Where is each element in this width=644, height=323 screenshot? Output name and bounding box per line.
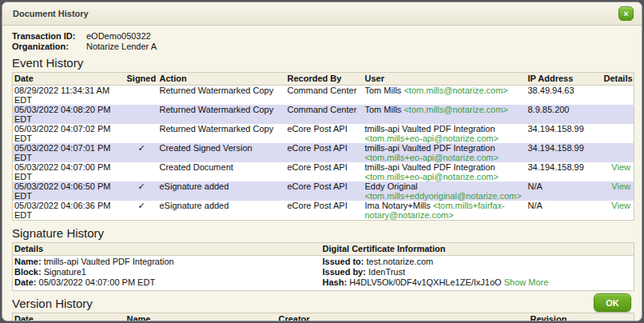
event-history-row: 05/03/2022 04:07:00 PM EDTCreated Docume… — [13, 162, 634, 181]
event-date: 05/03/2022 04:07:00 PM EDT — [13, 162, 125, 181]
event-user-name: Ima Notary+Mills — [365, 201, 431, 210]
event-date: 05/03/2022 04:06:50 PM EDT — [13, 181, 125, 201]
col-version-name: Name — [125, 313, 277, 322]
event-date: 05/03/2022 04:08:20 PM EDT — [13, 105, 125, 124]
col-ip-address: IP Address — [527, 73, 602, 86]
event-history-row: 05/03/2022 04:08:20 PM EDTReturned Water… — [13, 105, 634, 124]
signature-history-header-row: Details Digital Certificate Information — [13, 243, 634, 256]
event-signed-check-icon — [125, 124, 158, 143]
event-history-row: 05/03/2022 04:07:01 PM EDT✓Created Signe… — [13, 143, 634, 162]
signature-date-value: 05/03/2022 04:07:00 PM EDT — [39, 277, 156, 287]
event-signed-check-icon — [125, 86, 158, 106]
issued-by-value: IdenTrust — [368, 267, 405, 277]
signature-date-line: Date: 05/03/2022 04:07:00 PM EDT — [14, 277, 320, 288]
event-ip-address: N/A — [527, 201, 602, 221]
event-date: 08/29/2022 11:34:31 AM EDT — [13, 86, 125, 106]
event-ip-address: 34.194.158.99 — [527, 162, 602, 181]
event-history-table: Date Signed Action Recorded By User IP A… — [12, 72, 634, 221]
col-version-revision: Revision — [529, 313, 581, 322]
version-history-header-row: Date Name Creator Revision — [13, 313, 634, 322]
signature-block-label: Block: — [14, 267, 42, 277]
signature-history-table: Details Digital Certificate Information … — [12, 242, 634, 291]
transaction-id-row: Transaction ID: eODemo050322 — [12, 31, 632, 42]
event-user: tmills-api Vaulted PDF Integration <tom.… — [364, 124, 527, 143]
issued-by-line: Issued by: IdenTrust — [323, 267, 633, 277]
event-recorded-by: eCore Post API — [286, 124, 364, 143]
event-user: Ima Notary+Mills <tom.mills+fairfax-nota… — [364, 201, 527, 221]
col-action: Action — [158, 73, 286, 86]
event-ip-address: 34.194.158.99 — [527, 124, 602, 143]
hash-line: Hash: H4DLV5Ok/0DF4v1QXHLe1ZE/IxJ1oO Sho… — [323, 277, 633, 288]
ok-button[interactable]: OK — [594, 293, 631, 312]
event-history-row: 05/03/2022 04:07:02 PM EDTReturned Water… — [13, 124, 634, 143]
signature-block-value: Signature1 — [44, 267, 86, 277]
issued-to-value: test.notarize.com — [367, 257, 434, 266]
col-details: Details — [602, 73, 634, 86]
event-details — [602, 124, 634, 143]
col-date: Date — [13, 73, 125, 86]
event-user-email: <tom.mills+eo-api@notarize.com> — [365, 153, 499, 162]
event-details: View — [602, 162, 634, 181]
close-button[interactable]: × — [618, 6, 634, 21]
dialog-content: Transaction ID: eODemo050322 Organizatio… — [2, 26, 642, 321]
event-action: Returned Watermarked Copy — [158, 86, 286, 106]
event-user-name: tmills-api Vaulted PDF Integration — [365, 124, 495, 134]
col-signed: Signed — [125, 73, 158, 86]
signature-name-label: Name: — [14, 257, 42, 266]
event-date: 05/03/2022 04:07:01 PM EDT — [13, 143, 125, 162]
organization-value: Notarize Lender A — [86, 42, 157, 52]
event-details: View — [602, 201, 634, 221]
document-history-dialog: Document History × Transaction ID: eODem… — [2, 2, 642, 321]
event-date: 05/03/2022 04:07:02 PM EDT — [13, 124, 125, 143]
view-details-link[interactable]: View — [611, 162, 630, 172]
event-history-heading: Event History — [12, 56, 632, 70]
event-user-email: <tom.mills@notarize.com> — [403, 105, 507, 114]
event-action: Returned Watermarked Copy — [158, 105, 286, 124]
event-action: Created Document — [158, 162, 286, 181]
event-user-email: <tom.mills@notarize.com> — [403, 86, 507, 95]
signature-row: Name: tmills-api Vaulted PDF Integration… — [13, 256, 634, 291]
transaction-id-label: Transaction ID: — [12, 31, 86, 42]
signature-details-cell: Name: tmills-api Vaulted PDF Integration… — [13, 256, 321, 291]
event-signed-check-icon: ✓ — [125, 201, 158, 221]
event-user-email: <tom.mills+eo-api@notarize.com> — [365, 134, 499, 143]
event-history-row: 05/03/2022 04:06:36 PM EDT✓eSignature ad… — [13, 201, 634, 221]
event-details — [602, 105, 634, 124]
event-history-row: 08/29/2022 11:34:31 AM EDTReturned Water… — [13, 86, 634, 106]
event-recorded-by: eCore Post API — [286, 201, 364, 221]
hash-value: H4DLV5Ok/0DF4v1QXHLe1ZE/IxJ1oO — [349, 277, 502, 287]
event-user: Tom Mills <tom.mills@notarize.com> — [364, 105, 527, 124]
event-signed-check-icon — [125, 162, 158, 181]
event-recorded-by: Command Center — [286, 105, 364, 124]
event-user: tmills-api Vaulted PDF Integration <tom.… — [364, 162, 527, 181]
signature-name-line: Name: tmills-api Vaulted PDF Integration — [14, 257, 320, 267]
version-history-heading: Version History — [12, 297, 632, 310]
event-recorded-by: eCore Post API — [286, 162, 364, 181]
event-recorded-by: eCore Post API — [286, 181, 364, 201]
event-user-name: Tom Mills — [365, 105, 402, 114]
col-version-creator: Creator — [277, 313, 529, 322]
event-user: tmills-api Vaulted PDF Integration <tom.… — [364, 143, 527, 162]
show-more-link[interactable]: Show More — [504, 277, 549, 287]
event-details: View — [602, 181, 634, 201]
organization-row: Organization: Notarize Lender A — [12, 42, 632, 52]
event-user-name: tmills-api Vaulted PDF Integration — [365, 143, 495, 153]
event-signed-check-icon — [125, 105, 158, 124]
event-action: Returned Watermarked Copy — [158, 124, 286, 143]
hash-label: Hash: — [323, 277, 348, 287]
transaction-id-value: eODemo050322 — [86, 31, 151, 42]
col-version-date: Date — [13, 313, 125, 322]
col-recorded-by: Recorded By — [286, 73, 364, 86]
col-version-download — [581, 313, 634, 322]
view-details-link[interactable]: View — [611, 181, 630, 191]
event-history-row: 05/03/2022 04:06:50 PM EDT✓eSignature ad… — [13, 181, 634, 201]
event-history-header-row: Date Signed Action Recorded By User IP A… — [13, 73, 634, 86]
view-details-link[interactable]: View — [611, 201, 630, 210]
event-action: Created Signed Version — [158, 143, 286, 162]
col-signature-details: Details — [13, 243, 321, 256]
issued-to-line: Issued to: test.notarize.com — [323, 257, 633, 267]
issued-by-label: Issued by: — [323, 267, 366, 277]
digital-certificate-cell: Issued to: test.notarize.com Issued by: … — [321, 256, 634, 291]
event-action: eSignature added — [158, 181, 286, 201]
event-user-email: <tom.mills+eo-api@notarize.com> — [365, 172, 499, 181]
